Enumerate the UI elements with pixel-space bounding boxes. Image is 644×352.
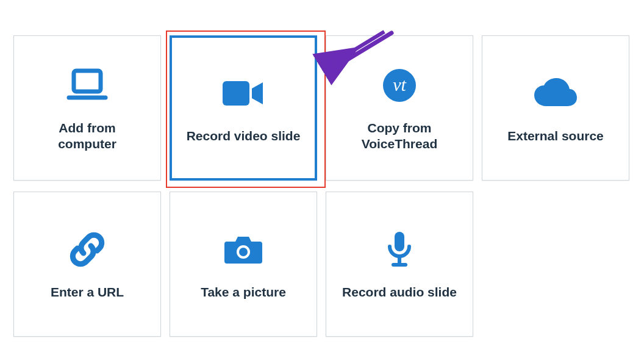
tile-label: Copy from VoiceThread [341, 120, 458, 153]
vt-icon: vt [383, 64, 416, 107]
microphone-icon [386, 228, 413, 271]
tile-label: Take a picture [185, 284, 302, 300]
tile-take-picture[interactable]: Take a picture [170, 192, 317, 337]
tile-label: Record audio slide [341, 284, 458, 300]
laptop-icon [66, 64, 108, 107]
tile-label: Record video slide [186, 128, 300, 144]
camera-icon [224, 228, 262, 271]
tile-external-source[interactable]: External source [482, 35, 629, 181]
video-icon [221, 72, 265, 115]
tile-copy-voicethread[interactable]: vt Copy from VoiceThread [326, 35, 473, 181]
tile-label: Enter a URL [29, 284, 146, 300]
tile-enter-url[interactable]: Enter a URL [13, 192, 161, 337]
tile-record-video[interactable]: Record video slide [170, 35, 317, 181]
tile-label: External source [497, 128, 614, 144]
cloud-icon [533, 72, 578, 115]
tile-label: Add from computer [29, 120, 146, 153]
link-icon [69, 228, 106, 271]
svg-point-6 [239, 248, 248, 256]
svg-text:vt: vt [393, 74, 406, 95]
svg-rect-7 [395, 232, 404, 251]
svg-rect-0 [74, 71, 101, 92]
svg-rect-2 [223, 81, 249, 106]
options-grid: Add from computer Record video slide vt … [13, 35, 629, 337]
tile-add-from-computer[interactable]: Add from computer [13, 35, 161, 181]
tile-record-audio[interactable]: Record audio slide [326, 192, 473, 337]
